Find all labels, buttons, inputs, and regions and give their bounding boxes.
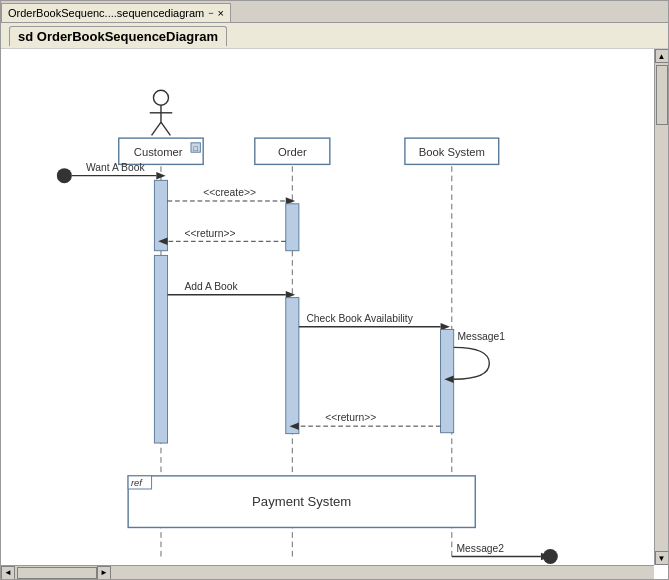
scroll-left-button[interactable]: ◄ bbox=[1, 566, 15, 580]
scroll-right-arrow: ► bbox=[100, 568, 108, 577]
sequence-diagram-svg: Customer □ Order Book System Want A Book bbox=[1, 49, 654, 565]
check-avail-label: Check Book Availability bbox=[306, 313, 413, 324]
svg-point-0 bbox=[153, 90, 168, 105]
tab-label: OrderBookSequenc....sequencediagram bbox=[8, 7, 204, 19]
ref-tag-label: ref bbox=[131, 478, 143, 488]
scroll-left-arrow: ◄ bbox=[4, 568, 12, 577]
svg-text:□: □ bbox=[193, 144, 198, 153]
scroll-down-button[interactable]: ▼ bbox=[655, 551, 669, 565]
message2-label: Message2 bbox=[457, 543, 505, 554]
scrollbar-right: ▲ ▼ bbox=[654, 49, 668, 565]
add-book-label: Add A Book bbox=[184, 281, 238, 292]
scroll-up-button[interactable]: ▲ bbox=[655, 49, 669, 63]
frame-tab: sd OrderBookSequenceDiagram bbox=[9, 26, 227, 46]
scrollbar-bottom: ◄ ► bbox=[1, 565, 654, 579]
order-activation-1 bbox=[286, 204, 299, 251]
title-bar: sd OrderBookSequenceDiagram bbox=[1, 23, 668, 49]
final-node bbox=[543, 549, 558, 564]
customer-activation-2 bbox=[154, 255, 167, 443]
close-icon[interactable]: × bbox=[218, 7, 224, 19]
create-label: <<create>> bbox=[203, 187, 256, 198]
diagram-area: Customer □ Order Book System Want A Book bbox=[1, 49, 668, 579]
initial-node bbox=[57, 168, 72, 183]
order-label: Order bbox=[278, 146, 307, 158]
message1-label: Message1 bbox=[457, 331, 505, 342]
payment-system-label: Payment System bbox=[252, 494, 351, 509]
scroll-thumb-horizontal[interactable] bbox=[17, 567, 97, 579]
scroll-up-arrow: ▲ bbox=[658, 52, 666, 61]
window: OrderBookSequenc....sequencediagram − × … bbox=[0, 0, 669, 580]
booksystem-label: Book System bbox=[419, 146, 485, 158]
pin-icon: − bbox=[208, 8, 213, 18]
diagram-title: sd OrderBookSequenceDiagram bbox=[18, 29, 218, 44]
tab-bar: OrderBookSequenc....sequencediagram − × bbox=[1, 1, 668, 23]
diagram-tab[interactable]: OrderBookSequenc....sequencediagram − × bbox=[1, 3, 231, 22]
svg-line-4 bbox=[161, 122, 170, 135]
message1-loop bbox=[454, 347, 490, 379]
scroll-right-button[interactable]: ► bbox=[97, 566, 111, 580]
svg-line-3 bbox=[152, 122, 161, 135]
return1-label: <<return>> bbox=[184, 228, 235, 239]
customer-actor bbox=[150, 90, 173, 135]
customer-label: Customer bbox=[134, 146, 183, 158]
return2-label: <<return>> bbox=[325, 412, 376, 423]
scroll-down-arrow: ▼ bbox=[658, 554, 666, 563]
want-a-book-label: Want A Book bbox=[86, 162, 146, 173]
scroll-thumb-vertical[interactable] bbox=[656, 65, 668, 125]
order-activation-2 bbox=[286, 298, 299, 434]
